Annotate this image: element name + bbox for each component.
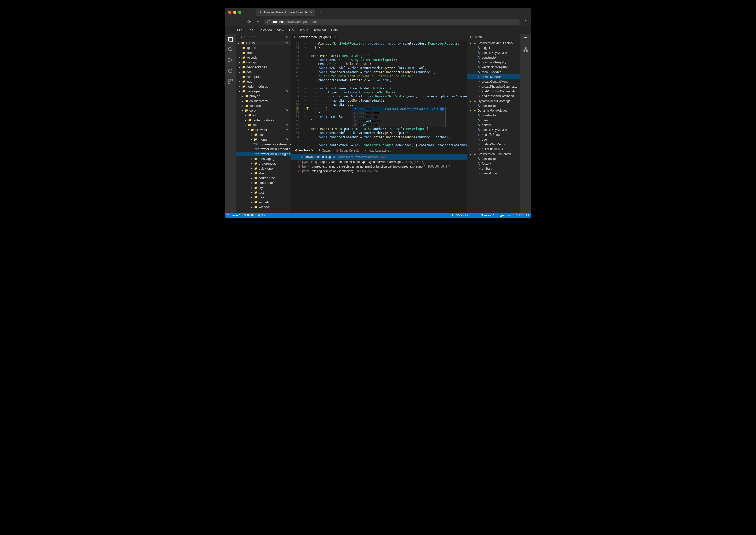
outline-item[interactable]: 🔧constructor — [467, 113, 520, 118]
folder-item[interactable]: ▸📁bunyan — [236, 94, 291, 99]
hierarchy-icon[interactable] — [522, 46, 529, 53]
outline-item[interactable]: ◇addPhosphorCommand — [467, 94, 520, 99]
new-tab-button[interactable]: + — [320, 10, 323, 15]
outline-item[interactable]: 🔧contextKeyService — [467, 50, 520, 55]
folder-item[interactable]: ▾📁coreM — [236, 108, 291, 113]
completion-item[interactable]: ◇openActiveMenu — [352, 119, 446, 123]
menu-debug[interactable]: Debug — [297, 28, 310, 33]
folder-item[interactable]: ▾📁packagesM — [236, 89, 291, 94]
outline-item[interactable]: ◇createMenuBar — [467, 74, 520, 79]
file-item[interactable]: TSbrowser-menu-plugin.tsM — [236, 152, 291, 156]
menu-help[interactable]: Help — [329, 28, 340, 33]
completion-popup[interactable]: ◇activate(method) Widget.activate(): voi… — [352, 107, 446, 127]
folder-item[interactable]: ▸📁logo — [236, 79, 291, 84]
git-icon[interactable] — [227, 57, 234, 64]
split-editor-icon[interactable]: ⫟ — [458, 35, 467, 39]
folder-item[interactable]: ▸📁console — [236, 103, 291, 108]
debug-icon[interactable] — [227, 68, 234, 74]
menu-go[interactable]: Go — [287, 28, 296, 33]
outline-item[interactable]: ◇onStart — [467, 166, 520, 171]
feedback-icon[interactable]: ☐ — [526, 214, 529, 217]
folder-item[interactable]: ▸📁tree — [236, 195, 291, 200]
outline-item[interactable]: 🔧menu — [467, 118, 520, 123]
menu-selection[interactable]: Selection — [256, 28, 274, 33]
menu-button[interactable]: ⋮ — [522, 18, 529, 25]
outline-item[interactable]: 🔧logger — [467, 45, 520, 50]
folder-item[interactable]: ▸📁window — [236, 205, 291, 210]
code-editor[interactable]: 41 42 43 44 45 46 47 48 49 50 51 52 53 5… — [291, 41, 467, 147]
browser-tab[interactable]: 🗎 theia — Theia Browser Example ✕ — [256, 9, 315, 16]
outline-item[interactable]: 🔧menuProvider — [467, 70, 520, 74]
outline-item[interactable]: ◇buildSubMenus — [467, 147, 520, 152]
git-sync[interactable]: ⟳ 0↓ 0↑ — [244, 214, 255, 217]
problems-count[interactable]: ⊘ 3 ⚠ 0 — [258, 214, 269, 217]
folder-item[interactable]: ▸📁node_modules — [236, 84, 291, 89]
completion-item[interactable]: ▢activeMenu — [352, 115, 446, 119]
folder-item[interactable]: ▾📁browserM — [236, 127, 291, 132]
outline-item[interactable]: ▾◆BrowserMenuBarContrib… — [467, 152, 520, 156]
problem-item[interactable]: ⊘ [tslint] Missing semicolon (semicolon)… — [291, 169, 467, 173]
folder-item[interactable]: ▸📁style — [236, 185, 291, 190]
folder-item[interactable]: ▸📁source-tree — [236, 176, 291, 181]
forward-button[interactable]: → — [236, 18, 243, 25]
folder-item[interactable]: ▸📁messaging — [236, 156, 291, 161]
ts-version[interactable]: 3.1.3 — [516, 214, 523, 217]
outline-item[interactable]: ▾◆DynamicMenuWidget — [467, 108, 520, 113]
folder-item[interactable]: ▸📁widgets — [236, 200, 291, 205]
file-item[interactable]: TSbrowser-context-menu-r… — [236, 142, 291, 147]
outline-item[interactable]: 🔧options — [467, 123, 520, 127]
panel-tab[interactable]: ⊘Problems ✕ — [293, 148, 315, 153]
outline-item[interactable]: ◇updateSubMenus — [467, 142, 520, 147]
folder-item[interactable]: ▸📁shell — [236, 171, 291, 176]
outline-item[interactable]: 🔧contextKeyService — [467, 127, 520, 132]
outline-item[interactable]: ◇addPhosphorCommands — [467, 89, 520, 94]
panel-tab[interactable]: >_~/workspace/theia — [362, 148, 393, 153]
indent-indicator[interactable]: Spaces: 4 — [481, 214, 494, 217]
menu-edit[interactable]: Edit — [246, 28, 255, 33]
search-icon[interactable] — [227, 46, 234, 53]
folder-item[interactable]: ▸📁dev-packages — [236, 65, 291, 70]
folder-item[interactable]: ▸📁lib — [236, 113, 291, 118]
outline-item[interactable]: 🔧keybindingRegistry — [467, 65, 520, 70]
close-window-button[interactable] — [228, 11, 231, 14]
folder-item[interactable]: ▸📁test — [236, 190, 291, 195]
editor-tab[interactable]: TS browser-menu-plugin.ts ✕ — [291, 34, 339, 41]
outline-item[interactable]: 🔧constructor — [467, 103, 520, 108]
lightbulb-icon[interactable]: 💡 — [306, 107, 310, 110]
folder-item[interactable]: ▾📁srcM — [236, 123, 291, 127]
outline-item[interactable]: ◇createLogo — [467, 171, 520, 176]
outline-item[interactable]: ◇open — [467, 137, 520, 142]
outline-icon[interactable] — [522, 36, 529, 42]
folder-item[interactable]: ▸📁status-bar — [236, 181, 291, 185]
home-button[interactable]: ⌂ — [255, 18, 261, 25]
menu-terminal[interactable]: Terminal — [311, 28, 328, 33]
problem-item[interactable]: ⊘ [tslint] unused expression, expected a… — [291, 164, 467, 169]
language-mode[interactable]: TypeScript — [498, 214, 512, 217]
folder-item[interactable]: ▸📁configs — [236, 60, 291, 65]
minimize-window-button[interactable] — [233, 11, 236, 14]
folder-item[interactable]: ▸📁quick-open — [236, 166, 291, 171]
completion-item[interactable]: ◇activate(method) Widget.activate(): voi… — [352, 107, 446, 111]
problems-file-header[interactable]: ▾ TS browser-menu-plugin.ts packages/cor… — [291, 154, 467, 160]
reload-button[interactable]: ⟳ — [245, 18, 253, 25]
collapse-icon[interactable]: ⧉ — [286, 36, 288, 39]
file-item[interactable]: TSbrowser-menu-module.ts — [236, 147, 291, 152]
explorer-icon[interactable] — [227, 36, 234, 42]
panel-tab[interactable]: 🐞Debug Console — [334, 148, 362, 153]
outline-item[interactable]: 🔧constructor — [467, 156, 520, 161]
outline-item[interactable]: ◇createPhosphorComma… — [467, 84, 520, 89]
completion-item[interactable]: ▢activeIndex — [352, 111, 446, 115]
maximize-window-button[interactable] — [238, 11, 241, 14]
folder-item[interactable]: ▸📁.vscode — [236, 55, 291, 60]
outline-item[interactable]: ▾◆BrowserMainMenuFactory — [467, 41, 520, 45]
code-content[interactable]: ········@inject(MenuModelRegistry) prote… — [304, 41, 467, 147]
menu-file[interactable]: File — [235, 28, 245, 33]
folder-item[interactable]: ▸📁examples — [236, 74, 291, 79]
outline-item[interactable]: ▾◆DynamicMenuBarWidget — [467, 99, 520, 103]
close-tab-icon[interactable]: ✕ — [333, 35, 336, 39]
folder-item[interactable]: ▸📁.theia — [236, 50, 291, 55]
back-button[interactable]: ← — [227, 18, 234, 25]
folder-item[interactable]: ▸📁preferences — [236, 161, 291, 166]
panel-tab[interactable]: ⚑Output — [316, 148, 332, 153]
cursor-position[interactable]: Ln 56, Col 28 — [452, 214, 470, 217]
